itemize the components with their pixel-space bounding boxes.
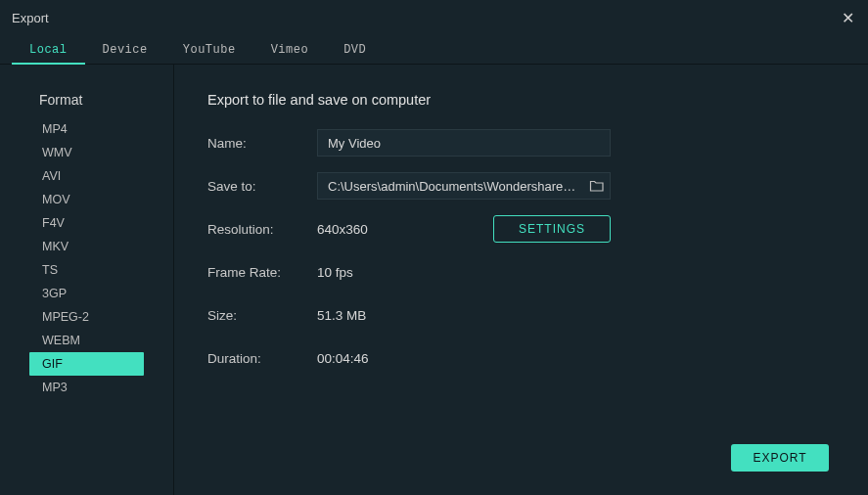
- duration-row: Duration: 00:04:46: [207, 344, 835, 372]
- titlebar: Export ✕: [0, 0, 868, 35]
- format-list: MP4 WMV AVI MOV F4V MKV TS 3GP MPEG-2 WE…: [0, 117, 173, 399]
- window-title: Export: [12, 11, 49, 25]
- name-input[interactable]: [317, 129, 611, 157]
- duration-value: 00:04:46: [317, 351, 493, 366]
- format-item-mpeg2[interactable]: MPEG-2: [29, 305, 144, 329]
- size-value: 51.3 MB: [317, 308, 493, 323]
- framerate-value: 10 fps: [317, 265, 493, 280]
- tab-dvd[interactable]: DVD: [326, 35, 384, 65]
- format-heading: Format: [0, 84, 173, 117]
- name-row: Name:: [207, 129, 835, 157]
- main-panel: Export to file and save on computer Name…: [174, 65, 868, 495]
- saveto-field: [317, 172, 611, 200]
- body: Format MP4 WMV AVI MOV F4V MKV TS 3GP MP…: [0, 65, 868, 495]
- size-row: Size: 51.3 MB: [207, 301, 835, 329]
- sidebar: Format MP4 WMV AVI MOV F4V MKV TS 3GP MP…: [0, 65, 174, 495]
- framerate-label: Frame Rate:: [207, 265, 317, 280]
- format-item-webm[interactable]: WEBM: [29, 329, 144, 352]
- resolution-value: 640x360: [317, 222, 493, 237]
- saveto-row: Save to:: [207, 172, 835, 200]
- format-item-avi[interactable]: AVI: [29, 164, 144, 188]
- folder-icon[interactable]: [584, 173, 610, 199]
- tab-local[interactable]: Local: [12, 35, 85, 65]
- tab-youtube[interactable]: YouTube: [165, 35, 253, 65]
- saveto-input[interactable]: [318, 173, 584, 199]
- format-item-gif[interactable]: GIF: [29, 352, 144, 376]
- format-item-wmv[interactable]: WMV: [29, 141, 144, 164]
- resolution-row: Resolution: 640x360 SETTINGS: [207, 215, 835, 243]
- format-item-mov[interactable]: MOV: [29, 188, 144, 211]
- export-heading: Export to file and save on computer: [207, 92, 835, 108]
- format-item-mkv[interactable]: MKV: [29, 235, 144, 258]
- duration-label: Duration:: [207, 351, 317, 366]
- settings-button[interactable]: SETTINGS: [493, 215, 611, 243]
- tabs: Local Device YouTube Vimeo DVD: [0, 35, 868, 65]
- export-button[interactable]: EXPORT: [731, 444, 829, 472]
- format-item-3gp[interactable]: 3GP: [29, 282, 144, 305]
- framerate-row: Frame Rate: 10 fps: [207, 258, 835, 286]
- format-item-f4v[interactable]: F4V: [29, 211, 144, 235]
- format-item-mp4[interactable]: MP4: [29, 117, 144, 141]
- resolution-label: Resolution:: [207, 222, 317, 237]
- name-label: Name:: [207, 136, 317, 151]
- size-label: Size:: [207, 308, 317, 323]
- close-icon[interactable]: ✕: [839, 9, 856, 27]
- saveto-label: Save to:: [207, 179, 317, 194]
- format-item-ts[interactable]: TS: [29, 258, 144, 282]
- tab-device[interactable]: Device: [85, 35, 165, 65]
- format-item-mp3[interactable]: MP3: [29, 376, 144, 399]
- tab-vimeo[interactable]: Vimeo: [253, 35, 327, 65]
